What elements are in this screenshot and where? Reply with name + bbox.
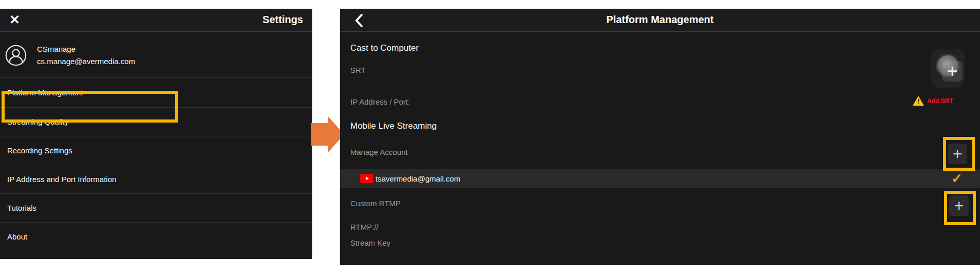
youtube-account-row[interactable]: tsavermedia@gmail.com	[340, 169, 980, 188]
menu-item-about[interactable]: About	[0, 223, 312, 251]
add-custom-rtmp-button[interactable]: +	[949, 195, 969, 216]
rtmp-url-label[interactable]: RTMP://	[350, 223, 379, 231]
platform-management-screen: Platform Management Cast to Computer SRT…	[340, 9, 980, 265]
menu-item-streaming-quality[interactable]: Streaming Quality	[0, 108, 312, 136]
profile-name: CSmanage	[37, 45, 135, 53]
youtube-icon	[360, 174, 373, 183]
cast-plus-icon: +	[942, 61, 963, 82]
profile-email: cs.manage@avermedia.com	[37, 57, 135, 66]
platform-appbar: Platform Management	[340, 9, 980, 32]
add-cast-device-button[interactable]: +	[931, 49, 965, 88]
account-email: tsavermedia@gmail.com	[375, 174, 460, 183]
close-icon[interactable]: ✕	[9, 13, 20, 26]
menu-item-tutorials[interactable]: Tutorials	[0, 194, 312, 223]
menu-item-ip-address-port[interactable]: IP Address and Port Information	[0, 165, 312, 194]
stream-key-label[interactable]: Stream Key	[350, 238, 390, 247]
profile-text: CSmanage cs.manage@avermedia.com	[37, 45, 135, 66]
selected-check-icon: ✓	[951, 171, 963, 187]
mobile-live-streaming-title: Mobile Live Streaming	[350, 121, 437, 131]
srt-label[interactable]: SRT	[350, 66, 366, 74]
back-chevron-icon	[355, 13, 363, 28]
warning-exclamation: !	[917, 98, 920, 105]
section-divider	[340, 112, 980, 112]
manage-account-label: Manage Account	[350, 148, 408, 156]
platform-title: Platform Management	[607, 14, 714, 26]
cast-to-computer-title: Cast to Computer	[350, 43, 419, 53]
tutorial-image: ✕ Settings CSmanage cs.manage@avermedia.…	[0, 0, 980, 280]
add-srt-label: Add SRT	[927, 97, 953, 105]
back-button[interactable]	[353, 13, 365, 28]
ip-address-port-label[interactable]: IP Address / Port:	[350, 97, 410, 106]
settings-screen: ✕ Settings CSmanage cs.manage@avermedia.…	[0, 9, 312, 259]
custom-rtmp-label: Custom RTMP	[350, 199, 401, 208]
settings-menu: Platform Management Streaming Quality Re…	[0, 78, 312, 251]
settings-appbar: ✕ Settings	[0, 9, 312, 32]
add-account-button[interactable]: +	[948, 144, 967, 164]
warning-triangle-icon: !	[913, 96, 924, 106]
avatar-icon	[5, 45, 27, 66]
add-srt-warning[interactable]: ! Add SRT	[913, 96, 953, 106]
menu-item-recording-settings[interactable]: Recording Settings	[0, 136, 312, 165]
account-profile-row[interactable]: CSmanage cs.manage@avermedia.com	[0, 33, 312, 78]
menu-item-platform-management[interactable]: Platform Management	[0, 78, 312, 108]
settings-title: Settings	[262, 14, 303, 26]
